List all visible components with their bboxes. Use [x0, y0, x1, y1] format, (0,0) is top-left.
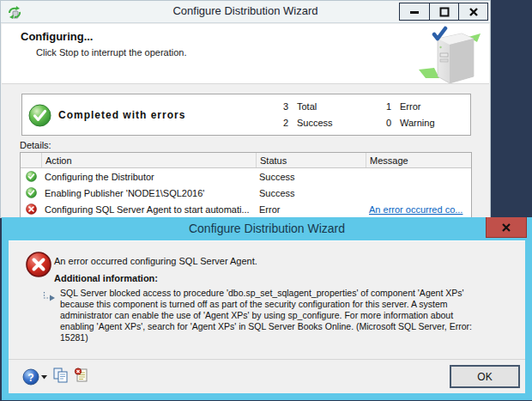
ok-button[interactable]: OK [450, 365, 520, 388]
column-action: Action [41, 153, 256, 167]
window-controls [399, 3, 488, 21]
success-status-icon [28, 104, 51, 131]
branch-arrow-icon [43, 289, 56, 343]
minimize-button[interactable] [400, 3, 429, 20]
count-warning: 0Warning [374, 118, 435, 128]
chevron-down-icon [41, 374, 47, 380]
summary-status-text: Completed with errors [58, 109, 185, 121]
count-error: 1Error [374, 101, 420, 112]
summary-panel: Completed with errors 3Total 2Success 1E… [21, 94, 471, 136]
titlebar: Configure Distribution Wizard [1, 1, 490, 23]
wizard-header: Configuring... Click Stop to interrupt t… [2, 24, 489, 84]
success-icon [21, 187, 41, 198]
error-icon [21, 204, 41, 215]
count-success: 2Success [271, 118, 333, 128]
column-status: Status [256, 153, 366, 167]
dialog-message: An error occurred configuring SQL Server… [54, 256, 257, 266]
details-table: Action Status Message Configuring the Di… [20, 152, 472, 218]
details-label: Details: [20, 140, 51, 150]
copy-message-button[interactable] [53, 368, 68, 386]
help-dropdown-button[interactable]: ? [22, 368, 47, 386]
success-icon [21, 171, 41, 182]
count-total: 3Total [271, 101, 317, 112]
table-header: Action Status Message [21, 153, 471, 168]
close-button[interactable] [458, 3, 487, 20]
column-message: Message [366, 153, 471, 167]
server-tower-icon [417, 25, 484, 87]
table-row[interactable]: Enabling Publisher 'NODE1\SQL2016' Succe… [21, 185, 471, 201]
configure-distribution-wizard-window: Configure Distribution Wizard Configurin… [0, 0, 491, 218]
error-detail-text: SQL Server blocked access to procedure '… [60, 288, 484, 343]
dialog-body: An error occurred configuring SQL Server… [9, 240, 525, 393]
step-title: Configuring... [21, 30, 93, 43]
table-row[interactable]: Configuring SQL Server Agent to start au… [21, 201, 471, 217]
svg-text:?: ? [27, 372, 33, 384]
error-icon [26, 252, 51, 281]
dialog-close-button[interactable] [486, 217, 527, 238]
dialog-title: Configure Distribution Wizard [2, 222, 532, 235]
error-report-button[interactable] [74, 368, 88, 386]
maximize-button[interactable] [429, 3, 458, 20]
step-subtitle: Click Stop to interrupt the operation. [36, 47, 186, 58]
error-message-link[interactable]: An error occurred co... [369, 204, 462, 215]
dialog-footer: ? [9, 359, 525, 393]
additional-info-label: Additional information: [54, 273, 158, 283]
error-dialog: Configure Distribution Wizard An error o… [2, 217, 532, 400]
table-row[interactable]: Configuring the Distributor Success [21, 168, 471, 185]
